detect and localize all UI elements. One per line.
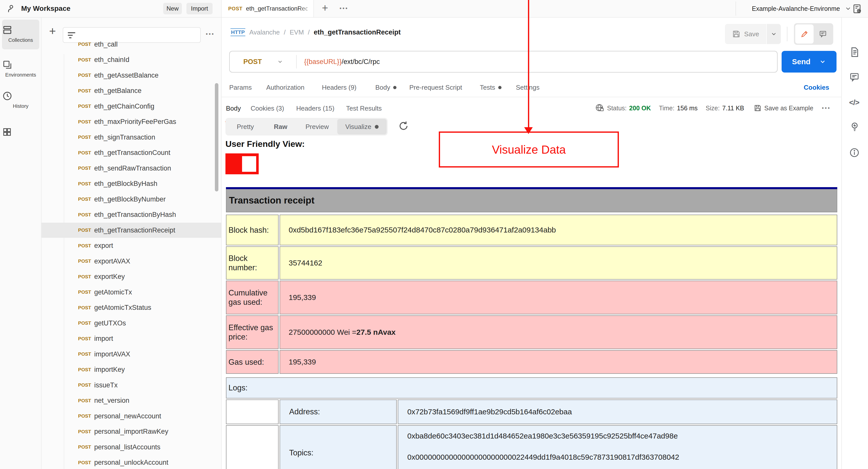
sidebar-request-row[interactable]: POST eth_maxPriorityFeePerGas [41, 114, 221, 129]
send-button[interactable]: Send [782, 51, 837, 72]
sidebar-request-row[interactable]: POST getUTXOs [41, 316, 221, 331]
sidebar-request-row[interactable]: POST eth_getChainConfig [41, 99, 221, 114]
rail-item-environments[interactable]: Environments [2, 55, 39, 83]
request-method-label: POST [78, 382, 91, 388]
response-meta: Status: 200 OK Time: 156 ms Size: 7.11 K… [595, 103, 831, 113]
comment-icon[interactable] [849, 72, 860, 82]
response-tab-test-results[interactable]: Test Results [346, 104, 382, 112]
user-icon[interactable] [6, 4, 16, 13]
sidebar-scrollbar[interactable] [215, 83, 218, 191]
sidebar-request-row[interactable]: POST eth_getBlockByNumber [41, 192, 221, 207]
sidebar-request-row[interactable]: POST import [41, 331, 221, 346]
documentation-icon[interactable] [849, 46, 860, 58]
sidebar-request-row[interactable]: POST net_version [41, 393, 221, 408]
log-spacer-cell [226, 400, 279, 424]
workspace-title[interactable]: My Workspace [21, 4, 70, 12]
sidebar-request-row[interactable]: POST eth_getTransactionCount [41, 145, 221, 160]
url-bar[interactable]: POST {{baseURL}}/ext/bc/C/rpc [229, 51, 778, 72]
sidebar-request-row[interactable]: POST getAtomicTxStatus [41, 300, 221, 315]
save-as-example-button[interactable]: Save as Example [764, 104, 813, 112]
sidebar-request-row[interactable]: POST exportKey [41, 269, 221, 284]
sidebar-request-row[interactable]: POST getAtomicTx [41, 285, 221, 300]
sidebar: + ••• POST eth_call POST eth_chainId POS… [41, 18, 222, 469]
sidebar-request-row[interactable]: POST eth_sendRawTransaction [41, 161, 221, 176]
rail-item-collections[interactable]: Collections [2, 20, 39, 50]
cookies-link[interactable]: Cookies [804, 84, 829, 91]
view-visualize[interactable]: Visualize [337, 119, 386, 134]
view-preview[interactable]: Preview [297, 119, 337, 134]
new-tab-button[interactable]: + [322, 2, 328, 14]
response-view-switcher: Pretty Raw Preview Visualize [225, 118, 388, 135]
sidebar-request-row[interactable]: POST issueTx [41, 378, 221, 393]
tab-tests[interactable]: Tests [480, 84, 501, 91]
user-friendly-view-toggle[interactable] [225, 153, 259, 174]
chevron-down-icon [844, 5, 851, 12]
view-pretty[interactable]: Pretty [226, 119, 264, 134]
environment-quick-look-icon[interactable] [852, 3, 863, 14]
sidebar-request-row[interactable]: POST eth_getAssetBalance [41, 68, 221, 83]
breadcrumb-folder[interactable]: EVM [290, 28, 304, 36]
receipt-table-row: Block hash: 0xd5bd167f183efc36e75a925507… [226, 215, 837, 245]
sidebar-request-row[interactable]: POST personal_newAccount [41, 409, 221, 424]
tab-options-icon[interactable]: ••• [340, 5, 348, 11]
request-name: eth_getBlockByNumber [94, 195, 166, 203]
receipt-row-label: Cumulative gas used: [226, 281, 279, 314]
info-icon[interactable] [849, 147, 860, 158]
sidebar-request-row[interactable]: POST personal_listAccounts [41, 440, 221, 455]
view-raw[interactable]: Raw [264, 119, 297, 134]
url-input[interactable]: {{baseURL}}/ext/bc/C/rpc [304, 58, 380, 66]
response-tab-cookies[interactable]: Cookies (3) [251, 104, 284, 112]
sidebar-request-row[interactable]: POST personal_unlockAccount [41, 455, 221, 469]
rail-item-label: Collections [2, 37, 39, 43]
save-dropdown-button[interactable] [767, 24, 781, 44]
lightbulb-icon[interactable] [849, 121, 860, 132]
breadcrumb-request-name[interactable]: eth_getTransactionReceipt [314, 28, 401, 36]
sidebar-request-row[interactable]: POST eth_getBalance [41, 83, 221, 98]
topics-values: 0xba8de60c3403ec381d1d484652ea1980e3c3e5… [398, 425, 837, 469]
tab-headers[interactable]: Headers (9) [322, 84, 356, 91]
environment-selector[interactable]: Example-Avalanche-Environme [752, 0, 851, 17]
sidebar-request-row[interactable]: POST exportAVAX [41, 254, 221, 269]
sidebar-request-row[interactable]: POST eth_call [41, 37, 221, 52]
new-button[interactable]: New [163, 3, 182, 14]
sidebar-options-icon[interactable]: ••• [206, 31, 215, 37]
rail-item-more[interactable] [2, 123, 39, 141]
breadcrumb-collection[interactable]: Avalanche [249, 28, 280, 36]
method-selector[interactable]: POST [243, 58, 262, 66]
response-options-icon[interactable]: ••• [822, 105, 831, 111]
sidebar-request-row[interactable]: POST eth_chainId [41, 52, 221, 67]
tab-settings[interactable]: Settings [516, 84, 539, 91]
save-button[interactable]: Save [725, 24, 766, 44]
sidebar-request-row[interactable]: POST eth_signTransaction [41, 130, 221, 145]
comment-mode-button[interactable] [814, 25, 832, 43]
request-name: eth_sendRawTransaction [94, 164, 171, 172]
sidebar-request-row[interactable]: POST importKey [41, 362, 221, 377]
sidebar-request-row[interactable]: POST eth_getBlockByHash [41, 176, 221, 191]
sidebar-request-row[interactable]: POST export [41, 238, 221, 253]
response-tab-body[interactable]: Body [226, 104, 241, 112]
sidebar-request-row[interactable]: POST eth_getTransactionByHash [41, 207, 221, 222]
divider [787, 27, 787, 41]
code-snippet-icon[interactable]: </> [849, 98, 859, 107]
edit-mode-button[interactable] [795, 25, 814, 43]
import-button[interactable]: Import [186, 3, 213, 14]
request-method-label: POST [78, 196, 91, 202]
response-tab-headers[interactable]: Headers (15) [296, 104, 335, 112]
tab-prerequest-script[interactable]: Pre-request Script [409, 84, 462, 91]
rail-item-history[interactable]: History [2, 87, 39, 114]
add-request-button[interactable]: + [49, 24, 56, 38]
sidebar-request-row[interactable]: POST importAVAX [41, 347, 221, 362]
content-dot-icon [375, 125, 379, 129]
address-value: 0x72b73fa1569df9ff1ae9b29cd5b164af6c02eb… [398, 400, 837, 424]
tab-authorization[interactable]: Authorization [266, 84, 305, 91]
tab-body[interactable]: Body [375, 84, 397, 91]
receipt-table-row: Effective gas price: 27500000000 Wei = 2… [226, 315, 837, 349]
sidebar-request-row[interactable]: POST eth_getTransactionReceipt [41, 223, 221, 238]
sidebar-request-row[interactable]: POST personal_importRawKey [41, 424, 221, 439]
request-method-label: POST [78, 413, 91, 419]
top-bar: My Workspace New Import POST eth_getTran… [0, 0, 868, 18]
tab-params[interactable]: Params [229, 84, 252, 91]
left-rail: Collections Environments History [0, 18, 41, 469]
refresh-icon[interactable] [398, 120, 409, 131]
request-name: eth_getAssetBalance [94, 71, 158, 79]
